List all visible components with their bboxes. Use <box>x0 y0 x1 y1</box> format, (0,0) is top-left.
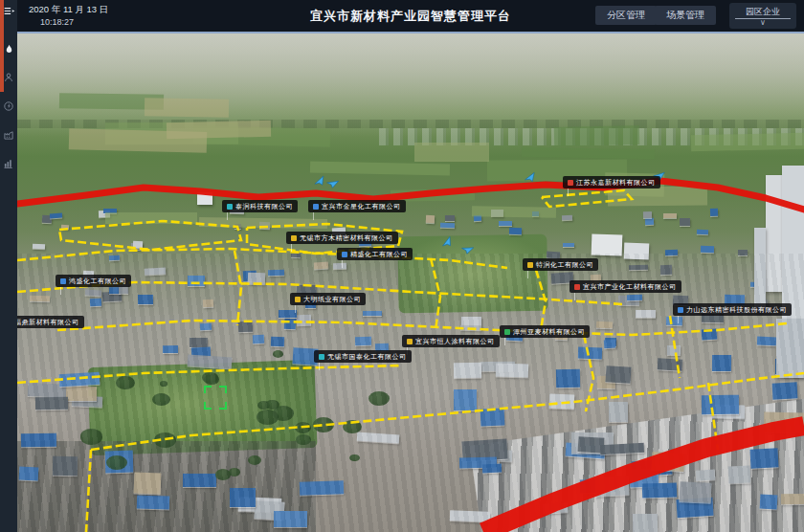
enterprise-name: 鸿盛化工有限公司 <box>69 277 126 284</box>
enterprise-name: 宜兴市恒人涂料有限公司 <box>415 338 495 344</box>
enterprise-label[interactable]: 鸿盛化工有限公司 <box>56 275 131 287</box>
enterprise-label[interactable]: 宜兴福鼎新材料有限公司 <box>17 316 84 328</box>
chevron-down-icon: ∨ <box>760 20 766 26</box>
park-enterprise-dropdown[interactable]: 园区企业 ∨ <box>729 3 796 29</box>
enterprise-dot <box>60 278 66 284</box>
enterprise-label[interactable]: 泰润科技有限公司 <box>222 200 298 212</box>
enterprise-dot <box>574 284 580 290</box>
enterprise-dot <box>319 354 324 360</box>
enterprise-label[interactable]: 特润化工有限公司 <box>523 258 598 271</box>
enterprise-name: 无锡市国泰化工有限公司 <box>327 353 407 360</box>
enterprise-dot <box>291 235 297 241</box>
enterprise-name: 力山远东精密科技股份有限公司 <box>686 306 787 313</box>
zone-manage-button[interactable]: 分区管理 <box>595 6 657 25</box>
enterprise-name: 无锡市方木精密材料有限公司 <box>300 234 393 241</box>
top-header: 2020 年 11 月 13 日 10:18:27 宜兴市新材料产业园智慧管理平… <box>17 0 804 33</box>
enterprise-name: 宜兴市产业化工材料有限公司 <box>583 283 677 290</box>
enterprise-name: 特润化工有限公司 <box>536 261 593 268</box>
enterprise-name: 江苏永嘉新材料有限公司 <box>576 179 656 186</box>
enterprise-name: 大明纸业有限公司 <box>303 296 361 302</box>
flame-icon <box>4 43 14 55</box>
enterprise-dot <box>407 339 413 344</box>
enterprise-labels-layer: 泰润科技有限公司 宜兴市金星化工有限公司 无锡市方木精密材料有限公司 精盛化工有… <box>17 32 804 532</box>
enterprise-name: 精盛化工有限公司 <box>350 251 408 257</box>
enterprise-label[interactable]: 宜兴市金星化工有限公司 <box>308 200 406 212</box>
enterprise-name: 潭州亚麦材料有限公司 <box>513 328 585 335</box>
enterprise-label[interactable]: 江苏永嘉新材料有限公司 <box>563 176 660 188</box>
enterprise-name: 宜兴市金星化工有限公司 <box>322 203 401 210</box>
sidebar <box>0 0 17 532</box>
enterprise-dot <box>295 297 301 302</box>
enterprise-label[interactable]: 宜兴市产业化工材料有限公司 <box>570 280 681 293</box>
factory-icon <box>3 129 14 141</box>
enterprise-label[interactable]: 宜兴市恒人涂料有限公司 <box>402 335 500 347</box>
enterprise-label[interactable]: 精盛化工有限公司 <box>337 248 413 260</box>
enterprise-dot <box>504 329 510 335</box>
enterprise-label[interactable]: 力山远东精密科技股份有限公司 <box>673 303 792 316</box>
map-viewport[interactable]: 泰润科技有限公司 宜兴市金星化工有限公司 无锡市方木精密材料有限公司 精盛化工有… <box>17 32 804 532</box>
sidebar-item-stats[interactable] <box>0 149 17 178</box>
dropdown-label: 园区企业 <box>746 7 780 17</box>
bar-chart-icon <box>3 158 14 169</box>
enterprise-dot <box>227 204 233 210</box>
sidebar-accent-stripe <box>0 0 4 92</box>
enterprise-label[interactable]: 潭州亚麦材料有限公司 <box>500 325 590 338</box>
enterprise-label[interactable]: 无锡市国泰化工有限公司 <box>314 350 412 363</box>
scene-manage-button[interactable]: 场景管理 <box>655 6 716 25</box>
person-icon <box>3 72 14 83</box>
enterprise-dot <box>313 204 319 210</box>
enterprise-name: 泰润科技有限公司 <box>235 203 293 210</box>
sidebar-item-energy[interactable] <box>0 92 17 121</box>
enterprise-dot <box>527 262 533 268</box>
enterprise-name: 宜兴福鼎新材料有限公司 <box>17 319 79 325</box>
menu-icon <box>3 5 15 17</box>
enterprise-dot <box>342 252 347 257</box>
gauge-icon <box>3 100 14 112</box>
app-root: 2020 年 11 月 13 日 10:18:27 宜兴市新材料产业园智慧管理平… <box>0 0 804 532</box>
enterprise-label[interactable]: 大明纸业有限公司 <box>290 293 366 305</box>
enterprise-dot <box>568 180 573 186</box>
sidebar-item-enterprise[interactable] <box>0 121 17 149</box>
enterprise-dot <box>678 307 683 313</box>
enterprise-label[interactable]: 无锡市方木精密材料有限公司 <box>286 232 398 244</box>
